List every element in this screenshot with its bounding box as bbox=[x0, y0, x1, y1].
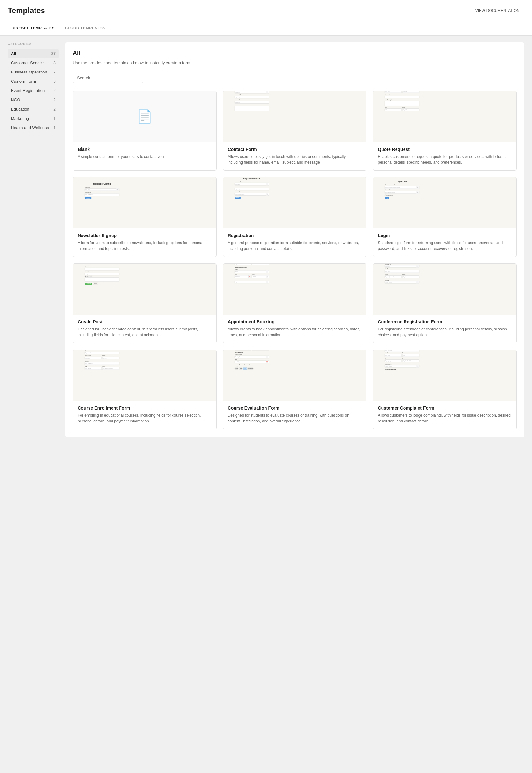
template-name: Customer Complaint Form bbox=[378, 406, 512, 411]
template-card-enrollment[interactable]: Course Enrollment Student Details Name E… bbox=[73, 350, 217, 429]
sidebar-item-label: Health and Wellness bbox=[11, 125, 49, 130]
sidebar-item-label: Marketing bbox=[11, 116, 29, 121]
template-name: Course Evaluation Form bbox=[228, 406, 362, 411]
sidebar-item-count: 8 bbox=[53, 61, 56, 65]
template-name: Appointment Booking bbox=[228, 319, 362, 324]
sidebar-item-label: Event Registration bbox=[11, 88, 45, 93]
sidebar-item-label: Custom Form bbox=[11, 79, 36, 84]
template-name: Login bbox=[378, 233, 512, 238]
template-name: Conference Registration Form bbox=[378, 319, 512, 324]
template-name: Create Post bbox=[78, 319, 212, 324]
sidebar-item-education[interactable]: Education 2 bbox=[8, 104, 59, 114]
sidebar-item-health-wellness[interactable]: Health and Wellness 1 bbox=[8, 123, 59, 132]
templates-grid: 📄 Blank A simple contact form for your u… bbox=[73, 91, 517, 429]
template-desc: A general-purpose registration form suit… bbox=[228, 240, 362, 251]
template-desc: Allows users to easily get in touch with… bbox=[228, 154, 362, 165]
sidebar-item-count: 1 bbox=[53, 116, 56, 121]
tabs-bar: PRESET TEMPLATES CLOUD TEMPLATES bbox=[0, 21, 532, 36]
template-card-newsletter[interactable]: Newsletter Signup First Name E.g. John⊞ … bbox=[73, 177, 217, 257]
main-content: All Use the pre-designed templates below… bbox=[65, 42, 524, 437]
template-name: Registration bbox=[228, 233, 362, 238]
template-desc: A simple contact form for your users to … bbox=[78, 154, 212, 159]
sidebar-item-customer-service[interactable]: Customer Service 8 bbox=[8, 58, 59, 67]
template-desc: Standard login form for returning users … bbox=[378, 240, 512, 251]
template-card-blank[interactable]: 📄 Blank A simple contact form for your u… bbox=[73, 91, 217, 171]
page-header: Templates VIEW DOCUMENTATION bbox=[0, 0, 532, 21]
main-title: All bbox=[73, 50, 517, 57]
sidebar-item-count: 1 bbox=[53, 126, 56, 130]
template-desc: Designed for user-generated content, thi… bbox=[78, 326, 212, 338]
sidebar-item-count: 2 bbox=[53, 89, 56, 93]
template-name: Blank bbox=[78, 147, 212, 152]
sidebar-item-label: Customer Service bbox=[11, 60, 44, 65]
template-desc: Enables customers to request a quote for… bbox=[378, 154, 512, 165]
template-name: Newsletter Signup bbox=[78, 233, 212, 238]
sidebar-item-label: Business Operation bbox=[11, 70, 47, 74]
page-title: Templates bbox=[8, 6, 45, 15]
template-desc: For enrolling in educational courses, in… bbox=[78, 413, 212, 424]
sidebar-item-count: 3 bbox=[53, 79, 56, 84]
template-card-contact[interactable]: Contact Form First Name * E.g. John⊞ You… bbox=[223, 91, 367, 171]
template-card-registration[interactable]: Registration Form Username * Username⊞ E… bbox=[223, 177, 367, 257]
sidebar-item-event-registration[interactable]: Event Registration 2 bbox=[8, 86, 59, 95]
template-desc: Designed for students to evaluate course… bbox=[228, 413, 362, 424]
template-card-conference[interactable]: Conference Registration Attendant Inform… bbox=[373, 263, 517, 343]
template-card-createpost[interactable]: Create Post Title Template Template B I … bbox=[73, 263, 217, 343]
template-name: Contact Form bbox=[228, 147, 362, 152]
sidebar-item-label: Education bbox=[11, 107, 29, 112]
template-card-evaluation[interactable]: Course Evaluation Name E.g. John Email E… bbox=[223, 350, 367, 429]
tab-preset-templates[interactable]: PRESET TEMPLATES bbox=[8, 21, 60, 35]
sidebar-item-all[interactable]: All 27 bbox=[8, 49, 59, 58]
template-card-complaint[interactable]: Customer Complaint Customer Information … bbox=[373, 350, 517, 429]
template-desc: For registering attendees at conferences… bbox=[378, 326, 512, 338]
tab-cloud-templates[interactable]: CLOUD TEMPLATES bbox=[60, 21, 110, 35]
template-card-quote[interactable]: Request Quote First Name * E.g. John Las… bbox=[373, 91, 517, 171]
sidebar-item-custom-form[interactable]: Custom Form 3 bbox=[8, 77, 59, 86]
sidebar-item-count: 7 bbox=[53, 70, 56, 74]
template-desc: Allows clients to book appointments, wit… bbox=[228, 326, 362, 338]
template-desc: A form for users to subscribe to newslet… bbox=[78, 240, 212, 251]
sidebar-item-label: All bbox=[11, 51, 16, 56]
template-card-appointment[interactable]: Appointment Booking First Name E.g. John… bbox=[223, 263, 367, 343]
search-input[interactable] bbox=[73, 73, 143, 83]
sidebar-item-count: 27 bbox=[51, 51, 56, 56]
sidebar-item-count: 2 bbox=[53, 98, 56, 102]
template-name: Quote Request bbox=[378, 147, 512, 152]
template-card-login[interactable]: Login Form Username or Email address Ent… bbox=[373, 177, 517, 257]
template-name: Course Enrollment Form bbox=[78, 406, 212, 411]
sidebar-item-label: NGO bbox=[11, 97, 20, 102]
template-desc: Allows customers to lodge complaints, wi… bbox=[378, 413, 512, 424]
document-icon: 📄 bbox=[137, 109, 153, 124]
sidebar-item-count: 2 bbox=[53, 107, 56, 112]
sidebar-item-business-operation[interactable]: Business Operation 7 bbox=[8, 67, 59, 77]
sidebar: CATEGORIES All 27 Customer Service 8 Bus… bbox=[8, 42, 59, 437]
categories-label: CATEGORIES bbox=[8, 42, 59, 46]
view-documentation-button[interactable]: VIEW DOCUMENTATION bbox=[471, 6, 524, 15]
sidebar-item-marketing[interactable]: Marketing 1 bbox=[8, 114, 59, 123]
sidebar-item-ngo[interactable]: NGO 2 bbox=[8, 95, 59, 104]
main-description: Use the pre-designed templates below to … bbox=[73, 60, 517, 66]
